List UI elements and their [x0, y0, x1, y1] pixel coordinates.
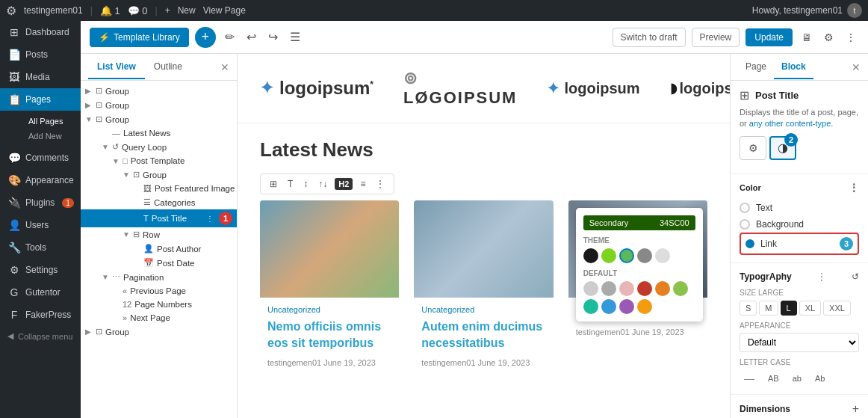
page-tab[interactable]: Page	[738, 55, 774, 79]
sidebar-item-comments[interactable]: 💬 Comments	[0, 147, 81, 169]
sidebar-item-users[interactable]: 👤 Users	[0, 214, 81, 236]
tree-item-next-page[interactable]: » Next Page	[81, 311, 237, 325]
dimensions-add-button[interactable]: +	[852, 402, 859, 416]
toolbar-transform-icon[interactable]: ⊞	[267, 177, 280, 191]
tree-item-post-template[interactable]: ▼ □ Post Template	[81, 154, 237, 167]
appearance-select[interactable]: Default	[740, 333, 859, 352]
size-xl-button[interactable]: XL	[799, 301, 821, 316]
typography-more-icon[interactable]: ⋮	[816, 271, 827, 283]
template-library-button[interactable]: ⚡ Template Library	[90, 28, 189, 47]
typography-reset-icon[interactable]: ↺	[852, 271, 859, 282]
list-view-tab[interactable]: List View	[88, 55, 145, 79]
size-l-button[interactable]: L	[781, 301, 797, 316]
settings-toggle-button[interactable]: ⚙	[740, 136, 766, 160]
tree-item-post-featured-image[interactable]: 🖼 Post Featured Image	[81, 182, 237, 195]
device-desktop-icon[interactable]: 🖥	[799, 28, 815, 46]
menu-button[interactable]: ☰	[287, 27, 303, 47]
letter-case-capitalize-button[interactable]: Ab	[810, 372, 829, 385]
add-block-button[interactable]: +	[195, 27, 216, 48]
outline-tab[interactable]: Outline	[145, 55, 191, 79]
size-xxl-button[interactable]: XXL	[823, 301, 851, 316]
tree-item-group-2[interactable]: ▶ ⊡ Group	[81, 98, 237, 112]
tree-item-group-3[interactable]: ▼ ⊡ Group	[81, 112, 237, 126]
sidebar-item-posts[interactable]: 📄 Posts	[0, 43, 81, 66]
tree-item-latest-news[interactable]: — Latest News	[81, 126, 237, 140]
theme-color-black[interactable]	[583, 248, 598, 263]
default-color-10[interactable]	[637, 299, 652, 314]
default-color-2[interactable]	[601, 281, 616, 296]
letter-case-lower-button[interactable]: ab	[788, 372, 806, 385]
block-desc-link[interactable]: any other content-type.	[749, 119, 834, 128]
default-color-7[interactable]	[583, 299, 598, 314]
color-more-icon[interactable]: ⋮	[849, 182, 859, 194]
sidebar-item-plugins[interactable]: 🔌 Plugins 1	[0, 191, 81, 214]
default-color-9[interactable]	[619, 299, 634, 314]
sidebar-item-media[interactable]: 🖼 Media	[0, 66, 81, 88]
default-color-6[interactable]	[673, 281, 688, 296]
pencil-button[interactable]: ✏	[222, 27, 238, 47]
toolbar-h2-badge[interactable]: H2	[335, 178, 353, 190]
letter-case-upper-button[interactable]: AB	[763, 372, 784, 385]
tree-item-post-author[interactable]: 👤 Post Author	[81, 242, 237, 256]
tree-item-page-numbers[interactable]: 12 Page Numbers	[81, 298, 237, 311]
collapse-menu[interactable]: ◀ Collapse menu	[0, 326, 81, 346]
sidebar-item-pages[interactable]: 📋 Pages	[0, 88, 81, 111]
toolbar-align-icon[interactable]: T	[285, 177, 296, 191]
undo-button[interactable]: ↩	[244, 27, 259, 47]
tree-item-post-date[interactable]: 📅 Post Date	[81, 256, 237, 270]
redo-button[interactable]: ↪	[265, 27, 281, 47]
tree-item-group-final[interactable]: ▶ ⊡ Group	[81, 325, 237, 339]
sidebar-item-tools[interactable]: 🔧 Tools	[0, 236, 81, 259]
update-button[interactable]: Update	[745, 28, 793, 46]
color-option-link[interactable]: Link 3	[740, 233, 859, 255]
post-category-2[interactable]: Uncategorized	[421, 305, 545, 314]
theme-color-gray[interactable]	[637, 248, 652, 263]
theme-color-green[interactable]	[601, 248, 616, 263]
default-color-1[interactable]	[583, 281, 598, 296]
tree-item-query-loop[interactable]: ▼ ↺ Query Loop	[81, 140, 237, 154]
device-settings-icon[interactable]: ⚙	[821, 28, 837, 46]
style-toggle-button[interactable]: ◑ 2	[769, 136, 796, 160]
list-panel-close-button[interactable]: ✕	[220, 61, 229, 73]
color-option-text[interactable]: Text	[740, 200, 859, 216]
site-name[interactable]: testingemen01	[24, 5, 83, 16]
sidebar-item-appearance[interactable]: 🎨 Appearance	[0, 169, 81, 191]
toolbar-move-icon[interactable]: ↑↓	[315, 177, 330, 191]
sidebar-item-settings[interactable]: ⚙ Settings	[0, 259, 81, 281]
tree-item-group-1[interactable]: ▶ ⊡ Group	[81, 84, 237, 98]
post-category-1[interactable]: Uncategorized	[267, 305, 391, 314]
more-options-icon[interactable]: ⋮	[843, 28, 859, 46]
theme-color-white[interactable]	[655, 248, 670, 263]
tree-item-categories[interactable]: ☰ Categories	[81, 195, 237, 209]
toolbar-more-icon[interactable]: ⋮	[373, 177, 388, 191]
tree-item-group-inner[interactable]: ▼ ⊡ Group	[81, 167, 237, 182]
sidebar-item-fakerpress[interactable]: F FakerPress	[0, 304, 81, 326]
default-color-8[interactable]	[601, 299, 616, 314]
tree-action-menu[interactable]: ⋮	[204, 214, 216, 224]
tree-item-post-title[interactable]: T Post Title ⋮ 1	[81, 209, 237, 227]
sidebar-subitem-add-new[interactable]: Add New	[21, 129, 81, 144]
background-color-radio[interactable]	[740, 219, 750, 230]
size-m-button[interactable]: M	[759, 301, 778, 316]
theme-color-green2[interactable]	[619, 248, 634, 263]
new-link[interactable]: +	[165, 5, 170, 16]
tree-item-pagination[interactable]: ▼ ⋯ Pagination	[81, 270, 237, 284]
link-color-radio[interactable]	[745, 239, 754, 248]
toolbar-valign-icon[interactable]: ↕	[300, 177, 311, 191]
new-label[interactable]: New	[178, 5, 196, 16]
default-color-4[interactable]	[637, 281, 652, 296]
preview-button[interactable]: Preview	[692, 28, 740, 47]
toolbar-list-icon[interactable]: ≡	[357, 177, 368, 191]
default-color-3[interactable]	[619, 281, 634, 296]
tree-item-row[interactable]: ▼ ⊟ Row	[81, 227, 237, 242]
color-option-background[interactable]: Background	[740, 216, 859, 233]
letter-case-none-button[interactable]: —	[740, 370, 759, 387]
sidebar-item-dashboard[interactable]: ⊞ Dashboard	[0, 21, 81, 43]
sidebar-subitem-all-pages[interactable]: All Pages	[21, 114, 81, 129]
tree-item-prev-page[interactable]: « Previous Page	[81, 284, 237, 298]
default-color-5[interactable]	[655, 281, 670, 296]
sidebar-item-gutentor[interactable]: G Gutentor	[0, 281, 81, 304]
text-color-radio[interactable]	[740, 203, 750, 213]
block-panel-close-button[interactable]: ✕	[852, 61, 861, 73]
block-tab[interactable]: Block	[774, 55, 813, 79]
